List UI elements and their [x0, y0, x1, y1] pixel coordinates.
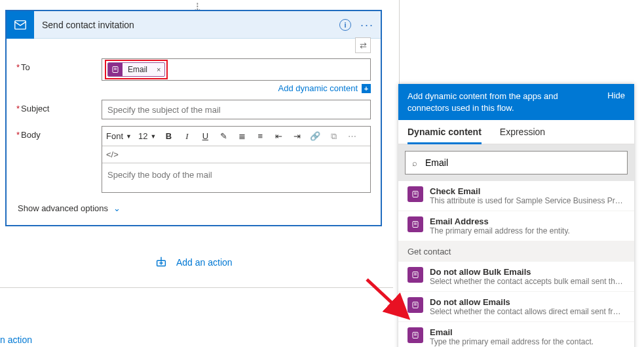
svg-rect-0	[15, 20, 26, 29]
italic-button[interactable]: I	[181, 131, 193, 142]
bullet-list-button[interactable]: ≣	[236, 131, 248, 141]
subject-label: Subject	[16, 104, 49, 113]
body-label: Body	[16, 130, 41, 140]
hide-panel-button[interactable]: Hide	[607, 91, 625, 113]
dataverse-icon	[108, 62, 123, 77]
underline-button[interactable]: U	[199, 131, 211, 141]
panel-header: Add dynamic content from the apps and co…	[398, 84, 634, 120]
search-input[interactable]	[424, 157, 620, 169]
add-action-button[interactable]: Add an action	[154, 256, 233, 269]
dataverse-icon	[407, 216, 423, 232]
tab-expression[interactable]: Expression	[500, 127, 545, 144]
outlook-icon	[7, 11, 34, 39]
bold-button[interactable]: B	[162, 131, 174, 141]
add-dynamic-content-link[interactable]: Add dynamic content	[278, 83, 358, 93]
token-label: Email	[123, 65, 153, 74]
tab-dynamic-content[interactable]: Dynamic content	[407, 127, 482, 144]
section-header-get-contact: Get contact	[398, 241, 634, 262]
token-email[interactable]: Email ×	[107, 62, 165, 77]
action-card-send-contact-invitation: Send contact invitation i ··· To ⇄ Email	[5, 10, 382, 226]
panel-tabs: Dynamic content Expression	[398, 120, 634, 144]
font-size-select[interactable]: 12 ▼	[138, 131, 156, 141]
plus-icon[interactable]: +	[362, 84, 371, 93]
list-item-email[interactable]: EmailType the primary email address for …	[398, 322, 634, 347]
body-textarea[interactable]: Specify the body of the mail	[102, 163, 370, 192]
card-body: To ⇄ Email × Add dynamic	[7, 39, 381, 225]
vertical-divider	[399, 0, 400, 84]
info-icon[interactable]: i	[339, 19, 351, 31]
body-editor: Font ▼ 12 ▼ B I U ✎ ≣ ≡ ⇤	[102, 126, 371, 193]
editor-toolbar: Font ▼ 12 ▼ B I U ✎ ≣ ≡ ⇤	[102, 127, 370, 146]
font-family-select[interactable]: Font ▼	[106, 131, 132, 141]
to-input[interactable]: Email ×	[102, 58, 371, 81]
chevron-down-icon: ⌄	[113, 203, 121, 213]
list-item[interactable]: Do not allow EmailsSelect whether the co…	[398, 292, 634, 322]
toolbar-more-button[interactable]: ⋯	[346, 131, 358, 141]
partial-link[interactable]: n action	[0, 335, 32, 345]
divider	[0, 287, 393, 288]
dynamic-content-panel: Add dynamic content from the apps and co…	[398, 84, 634, 347]
card-title: Send contact invitation	[34, 20, 339, 30]
add-action-icon	[154, 256, 168, 269]
dataverse-icon	[407, 327, 423, 343]
list-item[interactable]: Do not allow Bulk EmailsSelect whether t…	[398, 262, 634, 292]
indent-button[interactable]: ⇥	[291, 131, 303, 141]
search-box[interactable]: ⌕	[405, 151, 628, 174]
highlight-button[interactable]: ✎	[218, 131, 229, 141]
subject-input[interactable]	[102, 100, 371, 119]
numbered-list-button[interactable]: ≡	[254, 131, 266, 141]
dataverse-icon	[407, 297, 423, 313]
link-button[interactable]: 🔗	[309, 131, 321, 141]
unlink-button[interactable]: ⧉	[328, 131, 339, 142]
to-label: To	[16, 62, 30, 72]
list-item[interactable]: Email AddressThe primary email address f…	[398, 211, 634, 241]
show-advanced-options[interactable]: Show advanced options ⌄	[16, 201, 371, 213]
outdent-button[interactable]: ⇤	[273, 131, 284, 141]
card-header[interactable]: Send contact invitation i ···	[7, 11, 381, 39]
highlight-box: Email ×	[105, 60, 168, 79]
swap-mode-button[interactable]: ⇄	[355, 37, 371, 53]
results-list[interactable]: Check EmailThis attribute is used for Sa…	[398, 181, 634, 347]
dataverse-icon	[407, 186, 423, 202]
search-icon: ⌕	[412, 158, 417, 168]
dataverse-icon	[407, 267, 423, 283]
code-view-button[interactable]: </>	[106, 150, 119, 159]
list-item[interactable]: Check EmailThis attribute is used for Sa…	[398, 181, 634, 211]
token-remove-icon[interactable]: ×	[153, 66, 164, 73]
more-menu-button[interactable]: ···	[360, 19, 374, 31]
panel-header-text: Add dynamic content from the apps and co…	[407, 91, 601, 113]
